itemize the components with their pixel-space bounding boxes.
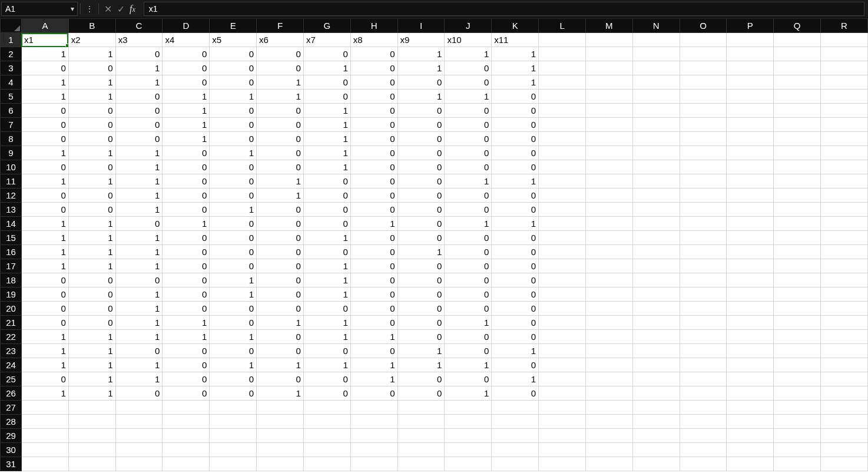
cell[interactable] [821, 132, 868, 146]
cell[interactable] [727, 259, 774, 273]
cell[interactable] [492, 415, 539, 429]
cell[interactable] [821, 401, 868, 415]
cell[interactable]: 0 [492, 287, 539, 302]
cell[interactable]: 0 [163, 75, 210, 90]
cell[interactable]: 1 [397, 245, 445, 259]
cell[interactable]: 0 [350, 118, 397, 132]
cell[interactable]: 1 [68, 358, 115, 372]
cell[interactable] [303, 415, 350, 429]
cell[interactable] [21, 415, 68, 429]
cell[interactable] [539, 61, 586, 75]
cell[interactable]: 1 [68, 217, 115, 231]
cell[interactable]: 0 [257, 372, 304, 386]
cell[interactable]: 0 [257, 344, 304, 358]
column-header[interactable]: R [821, 19, 868, 33]
row-header[interactable]: 14 [1, 217, 22, 231]
cell[interactable] [210, 415, 257, 429]
cell[interactable]: 0 [492, 316, 539, 330]
cell[interactable] [774, 259, 821, 273]
cell[interactable] [585, 316, 632, 330]
cell[interactable]: 1 [68, 344, 115, 358]
cell[interactable]: 1 [350, 330, 397, 344]
cell[interactable] [774, 316, 821, 330]
cell[interactable]: 0 [445, 104, 492, 118]
column-header[interactable]: K [492, 19, 539, 33]
cell[interactable]: 0 [21, 316, 68, 330]
cell[interactable]: 0 [492, 104, 539, 118]
cell[interactable]: x3 [115, 33, 163, 47]
cell[interactable] [821, 203, 868, 217]
select-all-corner[interactable] [1, 19, 22, 33]
cell[interactable] [163, 429, 210, 443]
cell[interactable]: 0 [210, 302, 257, 316]
cell[interactable]: 1 [68, 231, 115, 245]
cell[interactable]: 0 [350, 386, 397, 401]
cell[interactable]: 0 [68, 273, 115, 287]
cell[interactable]: 0 [492, 132, 539, 146]
cell[interactable]: 1 [445, 174, 492, 189]
cell[interactable] [774, 443, 821, 457]
cell[interactable] [21, 443, 68, 457]
cell[interactable] [821, 386, 868, 401]
cell[interactable]: 0 [445, 344, 492, 358]
cell[interactable]: 0 [115, 90, 163, 104]
cell[interactable]: 0 [445, 259, 492, 273]
cell[interactable]: 0 [163, 160, 210, 174]
cell[interactable]: 0 [115, 47, 163, 61]
cell[interactable]: 1 [257, 316, 304, 330]
cell[interactable] [397, 415, 445, 429]
cell[interactable]: 0 [257, 104, 304, 118]
cell[interactable]: 0 [210, 189, 257, 203]
cell[interactable]: 0 [210, 47, 257, 61]
cell[interactable] [539, 174, 586, 189]
cell[interactable]: 0 [68, 118, 115, 132]
cell[interactable] [539, 316, 586, 330]
cell[interactable]: 0 [492, 160, 539, 174]
cell[interactable] [727, 47, 774, 61]
column-header[interactable]: O [680, 19, 727, 33]
row-header[interactable]: 22 [1, 330, 22, 344]
cell[interactable] [727, 330, 774, 344]
cell[interactable]: 0 [21, 118, 68, 132]
cell[interactable] [585, 146, 632, 160]
cell[interactable] [821, 429, 868, 443]
cell[interactable] [539, 189, 586, 203]
cell[interactable] [680, 203, 727, 217]
cell[interactable] [680, 132, 727, 146]
cell[interactable] [257, 429, 304, 443]
cell[interactable]: 0 [492, 386, 539, 401]
cell[interactable]: 0 [397, 132, 445, 146]
cell[interactable] [303, 401, 350, 415]
cell[interactable]: 1 [210, 273, 257, 287]
cell[interactable] [774, 245, 821, 259]
cell[interactable] [774, 160, 821, 174]
cell[interactable]: 0 [445, 372, 492, 386]
row-header[interactable]: 8 [1, 132, 22, 146]
cell[interactable]: 1 [68, 330, 115, 344]
cell[interactable]: 1 [115, 372, 163, 386]
cell[interactable]: 0 [397, 287, 445, 302]
row-header[interactable]: 23 [1, 344, 22, 358]
cell[interactable]: 1 [257, 75, 304, 90]
cell[interactable] [727, 231, 774, 245]
cell[interactable]: 0 [257, 273, 304, 287]
cell[interactable] [632, 132, 680, 146]
cell[interactable] [680, 217, 727, 231]
cell[interactable]: 0 [350, 245, 397, 259]
cell[interactable]: 0 [115, 344, 163, 358]
more-icon[interactable]: ⋮ [83, 4, 96, 14]
cell[interactable]: 1 [303, 146, 350, 160]
cell[interactable] [585, 358, 632, 372]
cell[interactable] [774, 104, 821, 118]
cell[interactable] [680, 118, 727, 132]
cell[interactable]: 0 [350, 344, 397, 358]
cell[interactable]: 1 [397, 358, 445, 372]
cell[interactable] [632, 118, 680, 132]
cell[interactable]: 1 [492, 217, 539, 231]
cell[interactable] [539, 75, 586, 90]
cell[interactable] [539, 203, 586, 217]
cell[interactable] [585, 47, 632, 61]
cell[interactable]: 0 [303, 372, 350, 386]
cell[interactable] [539, 457, 586, 471]
cell[interactable]: 1 [257, 174, 304, 189]
